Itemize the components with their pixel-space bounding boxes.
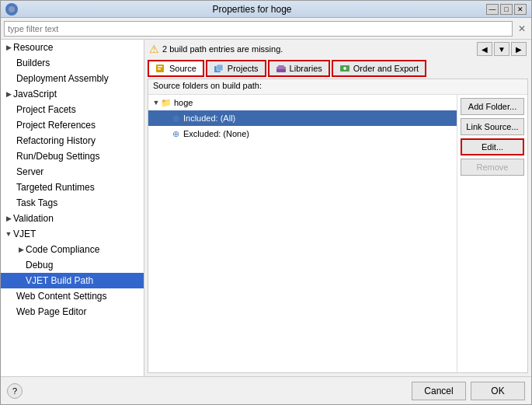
remove-button[interactable]: Remove [461,159,524,176]
sidebar-item-label: Refactoring History [16,135,96,146]
expanded-arrow-icon: ▼ [4,229,13,239]
tree-item-excluded[interactable]: ⊕ Excluded: (None) [148,126,457,141]
tab-order-export-label: Order and Export [353,64,419,73]
window-title: Properties for hoge [18,4,486,15]
sidebar-item-label: Debug [26,260,53,271]
sidebar-item-project-facets[interactable]: Project Facets [1,102,144,117]
panel-body: ▼ 📁 hoge ⊕ Included: (All) ⊕ Excluded [148,95,527,372]
sidebar-item-label: Code Compliance [26,244,99,255]
tab-source[interactable]: Source [148,60,204,77]
sidebar-item-label: JavaScript [13,89,57,100]
sidebar-item-label: Builders [16,58,50,68]
svg-rect-3 [158,68,161,70]
exclude-icon: ⊕ [170,128,181,139]
svg-point-0 [9,6,15,12]
sidebar-item-targeted-runtimes[interactable]: Targeted Runtimes [1,180,144,195]
source-tab-icon [155,63,166,74]
sidebar-item-deployment-assembly[interactable]: Deployment Assembly [1,71,144,86]
libraries-tab-icon [276,63,287,74]
tree-item-included[interactable]: ⊕ Included: (All) [148,110,457,126]
sidebar-item-resource[interactable]: ▶ Resource [1,40,144,55]
sidebar-item-project-references[interactable]: Project References [1,117,144,133]
maximize-button[interactable]: □ [500,4,513,15]
tab-projects[interactable]: Projects [206,60,266,77]
tab-source-label: Source [169,64,196,73]
tab-order-export[interactable]: Order and Export [332,60,426,77]
arrow-icon: ▶ [4,214,13,223]
svg-rect-2 [158,66,162,68]
sidebar-item-code-compliance[interactable]: ▶ Code Compliance [1,242,144,257]
sidebar-item-javascript[interactable]: ▶ JavaScript [1,86,144,102]
sidebar-item-vjet[interactable]: ▼ VJET [1,226,144,242]
window-icon [5,3,18,16]
svg-rect-5 [217,65,223,71]
sidebar-item-vjet-build-path[interactable]: VJET Build Path [1,273,144,288]
sidebar-item-label: VJET Build Path [26,275,93,286]
sidebar-item-label: Validation [13,213,54,224]
nav-forward-button[interactable]: ▶ [511,42,527,56]
sidebar-item-label: Targeted Runtimes [16,182,95,193]
projects-tab-icon [214,63,224,74]
sidebar-item-task-tags[interactable]: Task Tags [1,195,144,211]
sidebar-item-web-page-editor[interactable]: Web Page Editor [1,304,144,319]
action-buttons: Cancel OK [412,382,525,400]
include-icon: ⊕ [170,113,181,124]
nav-dropdown-button[interactable]: ▼ [494,42,509,56]
filter-input[interactable] [4,21,513,37]
warning-text: 2 build path entries are missing. [162,44,474,54]
svg-rect-8 [276,68,286,69]
panel-header: Source folders on build path: [148,79,527,95]
sidebar-item-server[interactable]: Server [1,164,144,180]
tree-root-hoge[interactable]: ▼ 📁 hoge [148,95,457,110]
sidebar-item-label: Task Tags [16,197,57,208]
properties-window: Properties for hoge — □ ✕ ✕ ▶ Resource B… [0,0,532,405]
sidebar-item-validation[interactable]: ▶ Validation [1,211,144,226]
main-panel: ⚠ 2 build path entries are missing. ◀ ▼ … [144,40,531,376]
tab-libraries[interactable]: Libraries [268,60,330,77]
help-button[interactable]: ? [7,383,23,399]
title-buttons: — □ ✕ [486,4,527,15]
navigation-buttons: ◀ ▼ ▶ [477,42,527,56]
tree-item-included-label: Included: (All) [183,113,235,123]
filter-bar: ✕ [1,18,531,40]
sidebar-item-label: Run/Debug Settings [16,151,99,162]
nav-back-button[interactable]: ◀ [477,42,492,56]
arrow-icon: ▶ [4,43,13,52]
sidebar-item-label: Deployment Assembly [16,73,109,84]
order-export-tab-icon [339,63,350,74]
sidebar-item-label: Web Page Editor [16,306,87,317]
arrow-icon: ▶ [16,245,26,254]
panel-content: Source folders on build path: ▼ 📁 hoge ⊕… [148,79,528,373]
close-button[interactable]: ✕ [514,4,527,15]
cancel-button[interactable]: Cancel [412,382,466,400]
tree-item-excluded-label: Excluded: (None) [183,129,249,138]
folder-icon: 📁 [161,97,172,108]
clear-filter-button[interactable]: ✕ [516,23,528,35]
sidebar-item-debug[interactable]: Debug [1,257,144,273]
tree-area: ▼ 📁 hoge ⊕ Included: (All) ⊕ Excluded [148,95,457,372]
tabs-bar: Source Projects [144,58,531,77]
sidebar-item-label: Project Facets [16,104,76,115]
ok-button[interactable]: OK [471,382,525,400]
sidebar-item-web-content-settings[interactable]: Web Content Settings [1,288,144,304]
tab-libraries-label: Libraries [290,64,322,73]
link-source-button[interactable]: Link Source... [461,118,524,135]
sidebar-item-label: Server [16,166,43,177]
add-folder-button[interactable]: Add Folder... [461,98,524,115]
bottom-bar: ? Cancel OK [1,376,531,404]
edit-button[interactable]: Edit... [461,138,524,155]
tree-arrow-icon: ▼ [151,98,161,107]
sidebar-item-refactoring-history[interactable]: Refactoring History [1,133,144,148]
content-area: ▶ Resource Builders Deployment Assembly … [1,40,531,376]
warning-bar: ⚠ 2 build path entries are missing. ◀ ▼ … [144,40,531,58]
sidebar-item-run-debug-settings[interactable]: Run/Debug Settings [1,148,144,164]
minimize-button[interactable]: — [486,4,499,15]
svg-rect-7 [278,65,284,68]
arrow-icon: ▶ [4,89,13,99]
sidebar: ▶ Resource Builders Deployment Assembly … [1,40,144,376]
tab-projects-label: Projects [228,64,259,73]
sidebar-item-label: Resource [13,42,53,53]
sidebar-item-label: Project References [16,120,96,131]
sidebar-item-builders[interactable]: Builders [1,55,144,71]
warning-icon: ⚠ [149,43,159,55]
